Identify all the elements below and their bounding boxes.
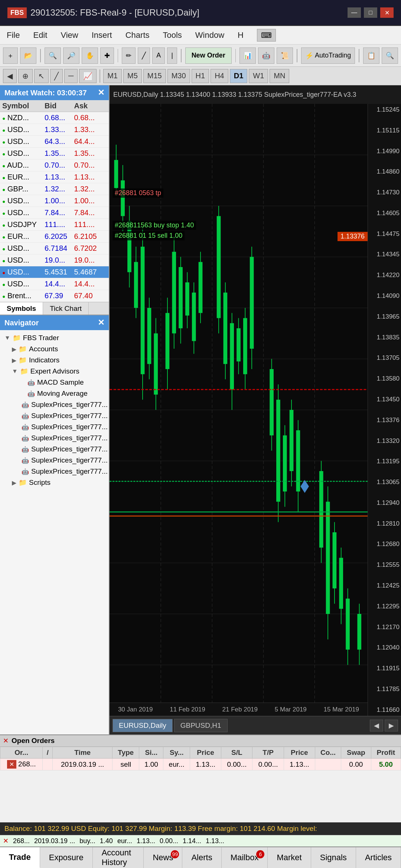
toolbar-zoom-out[interactable]: 🔎: [63, 47, 79, 64]
tf-m30[interactable]: M30: [167, 69, 190, 83]
mw-symbol-9[interactable]: ● USDJPY: [0, 219, 42, 231]
tf-m5[interactable]: M5: [123, 69, 142, 83]
nav-icon-3: 📁: [20, 367, 28, 375]
svg-rect-59: [283, 435, 287, 491]
tf-line[interactable]: ╱: [50, 69, 63, 83]
chart-nav-right[interactable]: ▶: [385, 720, 398, 731]
chart-tab-eurusd[interactable]: EURUSD,Daily: [113, 719, 173, 732]
tf-m1[interactable]: M1: [103, 69, 122, 83]
close-button[interactable]: ✕: [380, 7, 394, 18]
tf-mn[interactable]: MN: [270, 69, 289, 83]
minimize-button[interactable]: —: [348, 7, 361, 18]
chart-canvas[interactable]: SuplexPrices_tiger777-EAIdea by tiger777…: [110, 104, 401, 716]
mw-symbol-15[interactable]: ● Brent...: [0, 290, 42, 302]
nav-item-7[interactable]: 🤖 SuplexPrices_tiger777...: [2, 410, 107, 421]
tf-crosshair[interactable]: ⊕: [18, 69, 33, 83]
tf-h1[interactable]: H1: [192, 69, 209, 83]
news-badge: 99: [171, 850, 179, 858]
tab-news[interactable]: News 99: [144, 847, 182, 868]
toolbar-period-sep[interactable]: |: [167, 47, 177, 64]
chart-nav-left[interactable]: ◀: [370, 720, 383, 731]
mw-symbol-7[interactable]: ● USD...: [0, 195, 42, 207]
menu-file[interactable]: File: [4, 29, 23, 42]
toolbar-hand[interactable]: ✋: [82, 47, 98, 64]
toolbar-line[interactable]: ╱: [138, 47, 150, 64]
mw-symbol-3[interactable]: ● USD...: [0, 148, 42, 160]
menu-tools[interactable]: Tools: [160, 29, 185, 42]
mw-symbol-6[interactable]: ● GBP...: [0, 183, 42, 195]
toolbar-text[interactable]: A: [152, 47, 165, 64]
nav-item-2[interactable]: ▶ 📁 Indicators: [2, 355, 107, 366]
mw-symbol-0[interactable]: ● NZD...: [0, 112, 42, 124]
mw-symbol-10[interactable]: ● EUR...: [0, 231, 42, 243]
mw-symbol-11[interactable]: ● USD...: [0, 243, 42, 254]
toolbar-template[interactable]: 📋: [363, 47, 379, 64]
menu-charts[interactable]: Charts: [123, 29, 153, 42]
menu-insert[interactable]: Insert: [89, 29, 115, 42]
toolbar-search[interactable]: 🔍: [382, 47, 398, 64]
menu-view[interactable]: View: [58, 29, 81, 42]
keyboard-icon[interactable]: ⌨: [257, 29, 276, 42]
toolbar-expert[interactable]: 🤖: [258, 47, 274, 64]
mw-symbol-5[interactable]: ● EUR...: [0, 171, 42, 183]
nav-item-6[interactable]: 🤖 SuplexPrices_tiger777...: [2, 399, 107, 410]
tf-m15[interactable]: M15: [143, 69, 166, 83]
nav-item-11[interactable]: 🤖 SuplexPrices_tiger777...: [2, 455, 107, 466]
toolbar-zoom-in[interactable]: 🔍: [45, 47, 61, 64]
navigator-close[interactable]: ✕: [98, 318, 104, 328]
svg-rect-63: [296, 430, 300, 491]
maximize-button[interactable]: □: [364, 7, 377, 18]
mw-symbol-8[interactable]: ● USD...: [0, 207, 42, 219]
nav-item-5[interactable]: 🤖 Moving Average: [2, 388, 107, 399]
menu-window[interactable]: Window: [192, 29, 227, 42]
tf-arrow-left[interactable]: ◀: [3, 69, 17, 83]
tab-alerts[interactable]: Alerts: [182, 847, 221, 868]
toolbar-crosshair[interactable]: ✚: [100, 47, 114, 64]
tab-symbols[interactable]: Symbols: [0, 302, 43, 315]
toolbar-scripts[interactable]: 📜: [277, 47, 293, 64]
tab-account-history[interactable]: Account History: [93, 847, 144, 868]
mw-symbol-4[interactable]: ● AUD...: [0, 160, 42, 171]
market-watch-close[interactable]: ✕: [98, 88, 104, 98]
nav-item-1[interactable]: ▶ 📁 Accounts: [2, 343, 107, 355]
toolbar-new-chart[interactable]: ＋: [3, 47, 18, 64]
toolbar-indicator[interactable]: 📊: [239, 47, 256, 64]
toolbar-open[interactable]: 📂: [20, 47, 36, 64]
menu-edit[interactable]: Edit: [30, 29, 50, 42]
tf-d1[interactable]: D1: [230, 69, 248, 83]
tf-hline[interactable]: ─: [64, 69, 78, 83]
toolbar-draw[interactable]: ✏: [122, 47, 136, 64]
tab-mailbox[interactable]: Mailbox 6: [222, 847, 268, 868]
tf-h4[interactable]: H4: [211, 69, 228, 83]
tab-signals[interactable]: Signals: [311, 847, 356, 868]
menu-help[interactable]: H: [235, 29, 247, 42]
tf-cursor[interactable]: ↖: [34, 69, 49, 83]
mw-symbol-12[interactable]: ● USD...: [0, 254, 42, 266]
nav-item-3[interactable]: ▼ 📁 Expert Advisors: [2, 366, 107, 377]
tab-tick-chart[interactable]: Tick Chart: [43, 302, 89, 315]
mw-symbol-14[interactable]: ● USD...: [0, 278, 42, 290]
nav-item-8[interactable]: 🤖 SuplexPrices_tiger777...: [2, 421, 107, 433]
mw-symbol-1[interactable]: ● USD...: [0, 124, 42, 136]
nav-item-4[interactable]: 🤖 MACD Sample: [2, 377, 107, 388]
nav-item-12[interactable]: 🤖 SuplexPrices_tiger777...: [2, 466, 107, 477]
nav-item-0[interactable]: ▼ 📁 FBS Trader: [2, 332, 107, 343]
tf-indicator[interactable]: 📈: [79, 69, 97, 83]
chart-tab-gbpusd[interactable]: GBPUSD,H1: [174, 719, 228, 732]
tab-articles[interactable]: Articles: [356, 847, 401, 868]
mw-symbol-2[interactable]: ● USD...: [0, 136, 42, 148]
order2-close[interactable]: ✕: [3, 837, 9, 845]
tf-w1[interactable]: W1: [249, 69, 268, 83]
mw-bid-12: 19.0...: [42, 254, 72, 266]
mw-symbol-13[interactable]: ● USD...: [0, 266, 42, 278]
orders-close-btn[interactable]: ✕: [3, 737, 9, 745]
tab-market[interactable]: Market: [268, 847, 311, 868]
nav-item-10[interactable]: 🤖 SuplexPrices_tiger777...: [2, 444, 107, 455]
nav-item-9[interactable]: 🤖 SuplexPrices_tiger777...: [2, 433, 107, 444]
tab-exposure[interactable]: Exposure: [40, 847, 93, 868]
tab-trade[interactable]: Trade: [0, 847, 40, 868]
new-order-button[interactable]: New Order: [185, 47, 232, 64]
autotrading-button[interactable]: ⚡ AutoTrading: [301, 47, 355, 64]
order-close-0[interactable]: ✕: [7, 760, 16, 769]
nav-item-13[interactable]: ▶ 📁 Scripts: [2, 477, 107, 488]
